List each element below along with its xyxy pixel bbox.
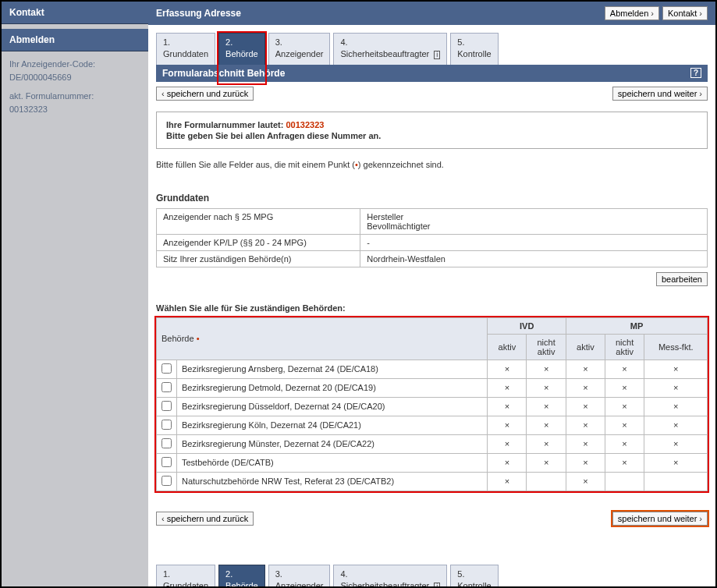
chevron-right-icon: › (699, 9, 702, 18)
matrix-cell[interactable]: × (644, 453, 708, 472)
matrix-cell[interactable]: × (566, 453, 605, 472)
matrix-cell[interactable]: × (644, 397, 708, 416)
sidebar-kontakt[interactable]: Kontakt (2, 2, 148, 24)
tab-behörde[interactable]: 2.Behörde (218, 33, 265, 65)
grunddaten-heading: Grunddaten (156, 193, 708, 204)
tab-kontrolle[interactable]: 5.Kontrolle (450, 565, 498, 588)
row-checkbox[interactable] (162, 457, 172, 467)
matrix-cell[interactable]: × (566, 434, 605, 453)
matrix-cell[interactable]: × (527, 360, 566, 378)
kv-key: Anzeigender nach § 25 MPG (157, 208, 360, 234)
tabs-wrap: 1.Grunddaten2.Behörde3.Anzeigender4.Sich… (148, 25, 715, 101)
header-abmelden-button[interactable]: Abmelden› (605, 6, 659, 20)
kv-value: Nordrhein-Westfalen (360, 250, 708, 267)
page-title: Erfassung Adresse (156, 8, 241, 19)
tab-sicherheitsbeauftragter[interactable]: 4.Sicherheitsbeauftragter i (333, 33, 447, 65)
sidebar-code-block: Ihr Anzeigender-Code: DE/0000045669 (2, 51, 148, 83)
row-checkbox[interactable] (162, 401, 172, 411)
info-icon[interactable]: i (434, 51, 440, 59)
row-checkbox[interactable] (162, 420, 172, 430)
sidebar-formnr-label: akt. Formularnummer: (9, 90, 140, 103)
section-title: Formularabschnitt Behörde (162, 68, 285, 79)
matrix-cell[interactable]: × (527, 434, 566, 453)
matrix-table: Behörde •IVDMPaktivnichtaktivaktivnichta… (156, 317, 708, 491)
row-checkbox[interactable] (162, 476, 172, 486)
matrix-cell[interactable]: × (527, 397, 566, 416)
matrix-cell[interactable]: × (566, 416, 605, 434)
matrix-row: Bezirksregierung Köln, Dezernat 24 (DE/C… (157, 416, 708, 434)
matrix-cell[interactable]: × (605, 416, 644, 434)
matrix-cell[interactable]: × (488, 453, 527, 472)
matrix-cell[interactable]: × (644, 378, 708, 397)
matrix-cell[interactable]: × (527, 378, 566, 397)
form-number-line2: Bitte geben Sie bei allen Anfragen diese… (166, 131, 697, 140)
forward-button-bottom[interactable]: speichern und weiter› (612, 512, 708, 526)
matrix-cell[interactable]: × (605, 453, 644, 472)
kv-value: - (360, 234, 708, 250)
col-sub: aktiv (488, 334, 527, 360)
kv-row: Anzeigender KP/LP (§§ 20 - 24 MPG)- (157, 234, 708, 250)
col-behoerde: Behörde • (157, 317, 488, 360)
header-kontakt-button[interactable]: Kontakt› (662, 6, 708, 20)
matrix-cell[interactable]: × (488, 360, 527, 378)
matrix-cell[interactable] (605, 472, 644, 491)
actionbar-top: ‹speichern und zurück speichern und weit… (156, 87, 708, 101)
sidebar: Kontakt Abmelden Ihr Anzeigender-Code: D… (2, 2, 148, 586)
col-sub: nichtaktiv (605, 334, 644, 360)
tab-grunddaten[interactable]: 1.Grunddaten (156, 565, 215, 588)
matrix-cell[interactable]: × (605, 434, 644, 453)
cb-cell (157, 397, 177, 416)
matrix-cell[interactable]: × (605, 378, 644, 397)
row-checkbox[interactable] (162, 363, 172, 374)
matrix-cell[interactable]: × (488, 378, 527, 397)
matrix-cell[interactable]: × (527, 453, 566, 472)
matrix-cell[interactable]: × (566, 472, 605, 491)
chevron-right-icon: › (651, 9, 654, 18)
matrix-cell[interactable]: × (488, 434, 527, 453)
tab-kontrolle[interactable]: 5.Kontrolle (450, 33, 498, 65)
kv-row: Anzeigender nach § 25 MPGHersteller Bevo… (157, 208, 708, 234)
matrix-cell[interactable]: × (527, 416, 566, 434)
matrix-cell[interactable]: × (605, 360, 644, 378)
forward-button-top[interactable]: speichern und weiter› (612, 87, 708, 101)
matrix-cell[interactable] (644, 472, 708, 491)
sidebar-abmelden[interactable]: Abmelden (2, 29, 148, 51)
matrix-cell[interactable]: × (644, 360, 708, 378)
behoerde-name: Testbehörde (DE/CATB) (177, 453, 488, 472)
sidebar-code-label: Ihr Anzeigender-Code: (9, 58, 140, 71)
tab-anzeigender[interactable]: 3.Anzeigender (268, 565, 331, 588)
matrix-cell[interactable]: × (488, 416, 527, 434)
tab-anzeigender[interactable]: 3.Anzeigender (268, 33, 331, 65)
help-icon[interactable]: ? (690, 68, 701, 78)
matrix-cell[interactable]: × (566, 360, 605, 378)
bearbeiten-button[interactable]: bearbeiten (656, 272, 708, 286)
tab-behörde[interactable]: 2.Behörde (218, 565, 265, 588)
col-group-mp: MP (566, 317, 707, 334)
tab-sicherheitsbeauftragter[interactable]: 4.Sicherheitsbeauftragter i (333, 565, 447, 588)
back-button-bottom[interactable]: ‹speichern und zurück (156, 512, 254, 526)
choose-label: Wählen Sie alle für Sie zuständigen Behö… (156, 303, 708, 313)
row-checkbox[interactable] (162, 382, 172, 392)
matrix-row: Bezirksregierung Düsseldorf, Dezernat 24… (157, 397, 708, 416)
row-checkbox[interactable] (162, 438, 172, 448)
form-number-value: 00132323 (286, 120, 324, 129)
tabs-bottom: 1.Grunddaten2.Behörde3.Anzeigender4.Sich… (156, 565, 708, 588)
matrix-row: Testbehörde (DE/CATB)××××× (157, 453, 708, 472)
matrix-cell[interactable]: × (644, 434, 708, 453)
back-button-top[interactable]: ‹speichern und zurück (156, 87, 254, 101)
info-icon[interactable]: i (434, 583, 440, 588)
matrix-cell[interactable]: × (644, 416, 708, 434)
cb-cell (157, 416, 177, 434)
kv-row: Sitz Ihrer zuständigen Behörde(n)Nordrhe… (157, 250, 708, 267)
cb-cell (157, 378, 177, 397)
matrix-cell[interactable] (527, 472, 566, 491)
matrix-row: Bezirksregierung Münster, Dezernat 24 (D… (157, 434, 708, 453)
matrix-cell[interactable]: × (488, 397, 527, 416)
col-sub: nichtaktiv (527, 334, 566, 360)
matrix-cell[interactable]: × (488, 472, 527, 491)
tab-grunddaten[interactable]: 1.Grunddaten (156, 33, 215, 65)
matrix-cell[interactable]: × (566, 397, 605, 416)
page-header: Erfassung Adresse Abmelden› Kontakt› (148, 2, 715, 25)
matrix-cell[interactable]: × (566, 378, 605, 397)
matrix-cell[interactable]: × (605, 397, 644, 416)
